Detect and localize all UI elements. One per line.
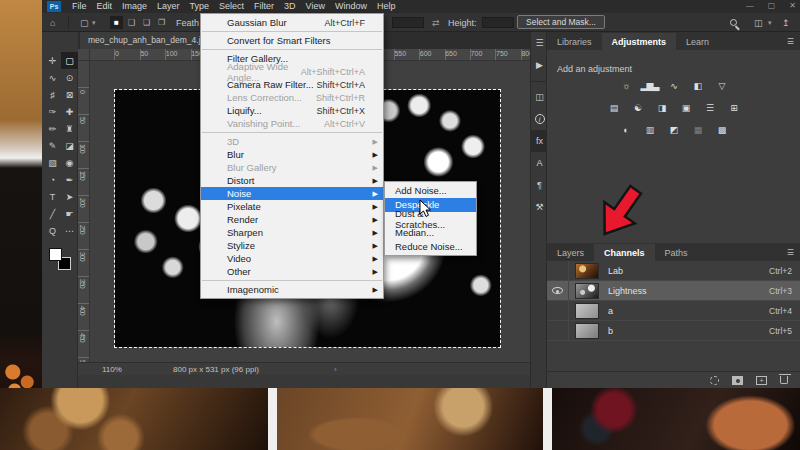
zoom-level-field[interactable]: 110% [102,365,122,374]
filter-menu-item-liquify[interactable]: Liquify...Shift+Ctrl+X [201,104,383,117]
channel-row-lab[interactable]: LabCtrl+2 [547,261,800,281]
styles-fx-icon[interactable]: fx [531,130,548,152]
blur-tool-icon[interactable]: ◉ [61,154,78,171]
menu-filter[interactable]: Filter [249,0,279,13]
search-icon[interactable] [730,19,737,26]
menu-window[interactable]: Window [330,0,372,13]
eyedropper-tool-icon[interactable]: ✑ [44,103,61,120]
menu-type[interactable]: Type [185,0,215,13]
filter-menu-item-other[interactable]: Other▶ [201,265,383,278]
chevron-down-icon[interactable]: ▾ [92,13,96,32]
menu-3d[interactable]: 3D [279,0,301,13]
swap-dimensions-icon[interactable]: ⇄ [432,13,440,32]
menu-file[interactable]: File [67,0,92,13]
channel-mixer-adjustment-icon[interactable]: ☰ [700,100,719,115]
filter-menu-item-distort[interactable]: Distort▶ [201,174,383,187]
menu-edit[interactable]: Edit [92,0,118,13]
panel-menu-icon[interactable]: ☰ [787,37,794,46]
height-field[interactable] [482,17,514,28]
paragraph-icon[interactable]: ¶ [531,174,548,196]
color-lookup-adjustment-icon[interactable]: ⊞ [724,100,743,115]
type-tool-icon[interactable]: T [44,188,61,205]
filter-menu-item-adaptive-wide-angle[interactable]: Adaptive Wide Angle...Alt+Shift+Ctrl+A [201,65,383,78]
filter-menu-item-stylize[interactable]: Stylize▶ [201,239,383,252]
visibility-toggle[interactable] [547,301,569,321]
foreground-color-swatch[interactable] [49,248,62,261]
save-selection-as-channel-icon[interactable] [732,376,743,385]
pen-tool-icon[interactable]: ✒ [61,171,78,188]
layer-comps-icon[interactable]: ◫ [531,86,548,108]
home-icon[interactable]: ⌂ [50,13,55,32]
move-tool-icon[interactable]: ✛ [44,52,61,69]
hand-tool-icon[interactable]: ☛ [61,205,78,222]
filter-menu-item-pixelate[interactable]: Pixelate▶ [201,200,383,213]
line-tool-icon[interactable]: ╱ [44,205,61,222]
load-channel-as-selection-icon[interactable] [710,376,719,385]
filter-menu-item-camera-raw-filter[interactable]: Camera Raw Filter...Shift+Ctrl+A [201,78,383,91]
menu-help[interactable]: Help [372,0,401,13]
filter-menu-item-imagenomic[interactable]: Imagenomic▶ [201,283,383,296]
curves-adjustment-icon[interactable]: ∿ [664,78,683,93]
noise-submenu-item-median[interactable]: Median... [385,225,476,239]
path-selection-tool-icon[interactable]: ➤ [61,188,78,205]
healing-brush-tool-icon[interactable]: ✚ [61,103,78,120]
more-tools-icon[interactable]: ⋯ [61,222,78,239]
delete-channel-icon[interactable] [780,376,788,384]
actions-play-icon[interactable]: ▶ [531,54,548,76]
filter-menu-item-blur-gallery[interactable]: Blur Gallery▶ [201,161,383,174]
filter-menu-item-vanishing-point[interactable]: Vanishing Point...Alt+Ctrl+V [201,117,383,130]
filter-menu-item-video[interactable]: Video▶ [201,252,383,265]
rectangular-marquee-tool-icon[interactable]: ▢ [61,52,78,69]
filter-menu-item-sharpen[interactable]: Sharpen▶ [201,226,383,239]
tab-adjustments[interactable]: Adjustments [602,33,677,50]
select-and-mask-button[interactable]: Select and Mask... [517,15,605,29]
threshold-adjustment-icon[interactable]: ◩ [664,122,683,137]
channel-row-a[interactable]: aCtrl+4 [547,301,800,321]
filter-menu-item-render[interactable]: Render▶ [201,213,383,226]
subtract-from-selection-icon[interactable]: ❏ [140,16,153,29]
channel-row-lightness[interactable]: LightnessCtrl+3 [547,281,800,301]
vibrance-adjustment-icon[interactable]: ▽ [712,78,731,93]
channel-row-b[interactable]: bCtrl+5 [547,321,800,341]
color-balance-adjustment-icon[interactable]: ☯ [628,100,647,115]
workspace-layout-icon[interactable]: ◫ [754,13,763,32]
noise-submenu-item-reduce-noise[interactable]: Reduce Noise... [385,239,476,253]
hue-saturation-adjustment-icon[interactable]: ▤ [604,100,623,115]
zoom-tool-icon[interactable]: Q [44,222,61,239]
panel-menu-icon[interactable]: ☰ [787,248,794,257]
filter-menu-item-convert-for-smart-filters[interactable]: Convert for Smart Filters [201,34,383,47]
tab-layers[interactable]: Layers [547,244,594,261]
gradient-map-adjustment-icon[interactable]: ▩ [712,122,731,137]
brightness-contrast-adjustment-icon[interactable]: ☼ [616,78,635,93]
lasso-tool-icon[interactable]: ∿ [44,69,61,86]
marquee-tool-preset-icon[interactable]: ▢ [80,13,89,32]
filter-menu-item-blur[interactable]: Blur▶ [201,148,383,161]
menu-select[interactable]: Select [214,0,249,13]
tab-learn[interactable]: Learn [676,33,719,50]
levels-adjustment-icon[interactable]: ▂▆▃ [640,78,659,93]
new-selection-icon[interactable]: ■ [110,16,123,29]
visibility-toggle[interactable] [547,321,569,341]
minimize-button[interactable]: — [746,0,754,12]
visibility-toggle[interactable] [547,281,569,301]
exposure-adjustment-icon[interactable]: ◧ [688,78,707,93]
filter-menu-item-lens-correction[interactable]: Lens Correction...Shift+Ctrl+R [201,91,383,104]
menu-view[interactable]: View [301,0,330,13]
brush-tool-icon[interactable]: ✏ [44,120,61,137]
filter-menu-item-gaussian-blur[interactable]: Gaussian BlurAlt+Ctrl+F [201,16,383,29]
add-to-selection-icon[interactable]: ❑ [125,16,138,29]
history-brush-tool-icon[interactable]: ✎ [44,137,61,154]
tab-paths[interactable]: Paths [655,244,698,261]
invert-adjustment-icon[interactable]: ◐ [616,122,635,137]
filter-menu-item-noise[interactable]: Noise▶ [201,187,383,200]
quick-selection-tool-icon[interactable]: ⊙ [61,69,78,86]
menu-layer[interactable]: Layer [152,0,185,13]
clone-stamp-tool-icon[interactable]: ♜ [61,120,78,137]
selective-color-adjustment-icon[interactable]: ▦ [688,122,707,137]
info-icon[interactable]: i [531,108,548,130]
tab-libraries[interactable]: Libraries [547,33,602,50]
dodge-tool-icon[interactable]: ◔ [44,171,61,188]
noise-submenu-item-add-noise[interactable]: Add Noise... [385,184,476,198]
maximize-button[interactable]: ▢ [768,0,776,12]
frame-tool-icon[interactable]: ⊠ [61,86,78,103]
